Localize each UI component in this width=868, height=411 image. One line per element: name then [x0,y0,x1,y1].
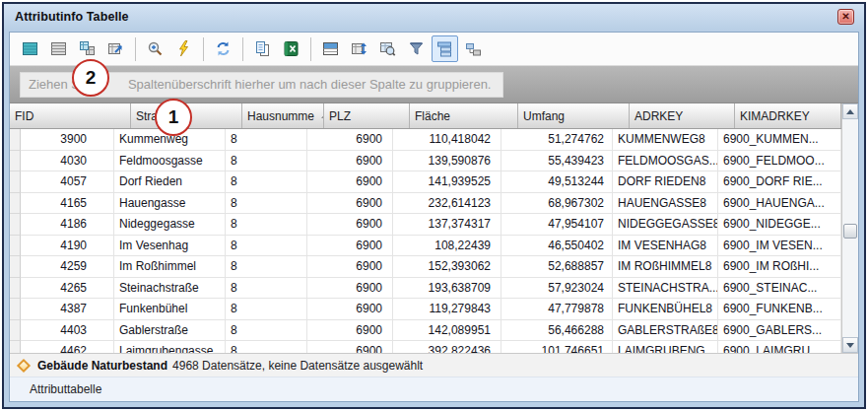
cell-plz[interactable]: 6900 [307,171,393,193]
cell-hausnummer[interactable]: 8 [226,256,307,278]
cell-strasse[interactable]: Dorf Rieden [114,171,226,193]
cell-flaeche[interactable]: 232,614123 [393,193,501,215]
scroll-down-button[interactable] [842,337,858,353]
table-row[interactable]: 3900 Kummenweg 8 6900 110,418042 51,2747… [10,129,841,151]
cell-hausnummer[interactable]: 8 [226,320,307,342]
column-header-fid[interactable]: FID [10,103,131,128]
cell-adrkey[interactable]: IM ROßHIMMEL8 [613,256,718,278]
cell-strasse[interactable]: Feldmoosgasse [114,151,226,172]
cell-adrkey[interactable]: HAUENGASSE8 [613,193,718,215]
column-header-flaeche[interactable]: Fläche [410,103,518,128]
export-excel-button[interactable] [278,35,304,62]
row-indicator[interactable] [10,129,21,151]
cell-kimadrkey[interactable]: 6900_NIDEGGE... [718,214,841,236]
column-header-kimadrkey[interactable]: KIMADRKEY [735,103,841,128]
cell-fid[interactable]: 3900 [21,129,114,151]
refresh-button[interactable] [210,35,236,62]
cell-umfang[interactable]: 46,550402 [501,236,613,257]
split-table-button[interactable] [317,35,344,62]
table-row[interactable]: 4190 Im Vesenhag 8 6900 108,22439 46,550… [10,236,841,257]
cell-adrkey[interactable]: FUNKENBÜHEL8 [613,299,718,320]
cell-kimadrkey[interactable]: 6900_KUMMEN... [718,129,841,151]
row-indicator[interactable] [10,341,21,353]
row-indicator[interactable] [10,214,21,236]
cell-strasse[interactable]: Hauengasse [114,193,226,215]
filter-button[interactable] [403,35,430,62]
cell-adrkey[interactable]: NIDEGGEGASSE8 [613,214,718,236]
cell-strasse[interactable]: Steinachstraße [114,278,226,300]
cell-flaeche[interactable]: 392,822436 [393,341,501,353]
column-header-hausnummer[interactable]: Hausnumme [242,103,324,128]
cell-strasse[interactable]: Im Roßhimmel [114,256,226,278]
cell-hausnummer[interactable]: 8 [226,299,307,320]
cell-flaeche[interactable]: 152,393062 [393,256,501,278]
related-tables-button[interactable] [102,35,129,62]
row-indicator[interactable] [10,236,21,257]
cell-plz[interactable]: 6900 [307,151,393,172]
cell-kimadrkey[interactable]: 6900_FUNKENB... [718,299,841,320]
table-row[interactable]: 4403 Gablerstraße 8 6900 142,089951 56,4… [10,320,841,342]
cell-umfang[interactable]: 101,746651 [501,341,613,353]
cell-adrkey[interactable]: STEINACHSTRA... [613,278,718,300]
cell-plz[interactable]: 6900 [307,278,393,300]
cell-umfang[interactable]: 55,439423 [501,151,613,172]
cell-plz[interactable]: 6900 [307,341,393,353]
row-indicator[interactable] [10,171,21,193]
cell-adrkey[interactable]: LAIMGRUBENG... [613,341,718,353]
cell-flaeche[interactable]: 137,374317 [393,214,501,236]
table-row[interactable]: 4186 Nideggegasse 8 6900 137,374317 47,9… [10,214,841,236]
cell-kimadrkey[interactable]: 6900_IM VESEN... [718,236,841,257]
cell-plz[interactable]: 6900 [307,256,393,278]
cell-flaeche[interactable]: 119,279843 [393,299,501,320]
cell-fid[interactable]: 4259 [21,256,114,278]
cell-flaeche[interactable]: 141,939525 [393,171,501,193]
cell-hausnummer[interactable]: 8 [226,341,307,353]
group-by-panel[interactable]: Ziehen Si Spaltenüberschrift hierher um … [10,66,858,103]
cell-umfang[interactable]: 57,923024 [501,278,613,300]
cell-kimadrkey[interactable]: 6900_DORF RIE... [718,171,841,193]
cell-fid[interactable]: 4190 [21,236,114,257]
column-header-adrkey[interactable]: ADRKEY [630,103,735,128]
cell-flaeche[interactable]: 108,22439 [393,236,501,257]
cell-umfang[interactable]: 68,967302 [501,193,613,215]
switch-selection-button[interactable] [74,35,100,62]
cell-hausnummer[interactable]: 8 [226,236,307,257]
cell-strasse[interactable]: Nideggegasse [114,214,226,236]
cell-kimadrkey[interactable]: 6900_HAUENGA... [718,193,841,215]
cell-plz[interactable]: 6900 [307,236,393,257]
cell-hausnummer[interactable]: 8 [226,278,307,300]
close-button[interactable]: ✕ [837,9,854,25]
cell-plz[interactable]: 6900 [307,320,393,342]
flash-selected-button[interactable] [170,35,197,62]
row-indicator[interactable] [10,299,21,320]
cell-kimadrkey[interactable]: 6900_LAIMGRU... [718,341,841,353]
cell-flaeche[interactable]: 110,418042 [393,129,501,151]
cell-hausnummer[interactable]: 8 [226,214,307,236]
cell-umfang[interactable]: 52,688857 [501,256,613,278]
table-row[interactable]: 4462 Laimgrubengasse 8 6900 392,822436 1… [10,341,841,353]
cell-flaeche[interactable]: 193,638709 [393,278,501,300]
row-indicator[interactable] [10,256,21,278]
scroll-up-button[interactable] [842,103,858,119]
table-row[interactable]: 4259 Im Roßhimmel 8 6900 152,393062 52,6… [10,256,841,278]
cell-hausnummer[interactable]: 8 [226,193,307,215]
vertical-scrollbar[interactable] [841,103,858,353]
cell-kimadrkey[interactable]: 6900_FELDMOO... [718,151,841,172]
cell-adrkey[interactable]: IM VESENHAG8 [613,236,718,257]
cell-umfang[interactable]: 47,779878 [501,299,613,320]
titlebar[interactable]: Attributinfo Tabelle ✕ [4,4,864,30]
table-body[interactable]: 3900 Kummenweg 8 6900 110,418042 51,2747… [10,129,841,353]
cell-plz[interactable]: 6900 [307,129,393,151]
cell-fid[interactable]: 4462 [21,341,114,353]
cell-strasse[interactable]: Im Vesenhag [114,236,226,257]
cell-strasse[interactable]: Laimgrubengasse [114,341,226,353]
column-header-umfang[interactable]: Umfang [518,103,630,128]
find-in-table-button[interactable] [374,35,401,62]
cell-plz[interactable]: 6900 [307,193,393,215]
cell-adrkey[interactable]: GABLERSTRAßE8 [613,320,718,342]
cell-umfang[interactable]: 49,513244 [501,171,613,193]
cell-adrkey[interactable]: DORF RIEDEN8 [613,171,718,193]
cell-flaeche[interactable]: 142,089951 [393,320,501,342]
cell-fid[interactable]: 4186 [21,214,114,236]
row-indicator[interactable] [10,278,21,300]
